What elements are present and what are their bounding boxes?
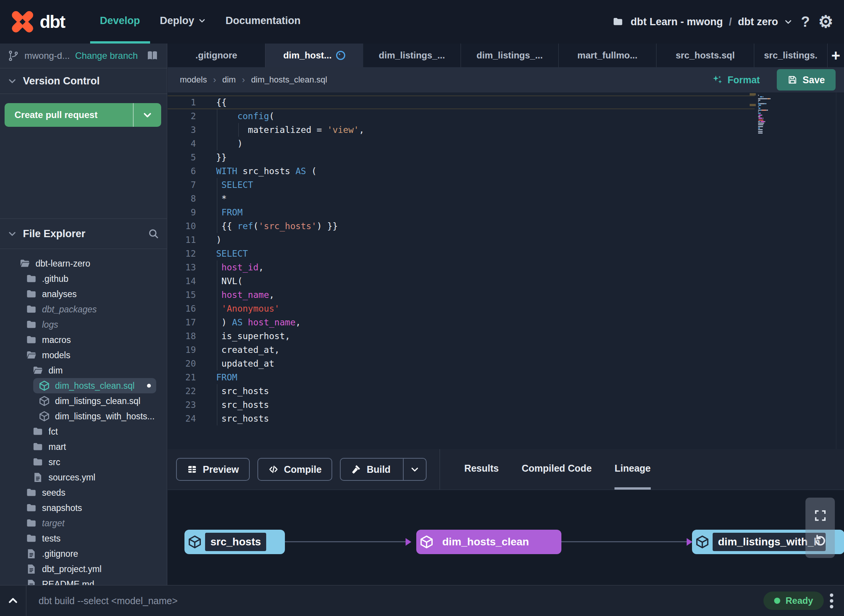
action-bar-divider [440, 449, 440, 490]
tree-item-content: dim_listings_with_hosts... [33, 409, 160, 424]
tree-item-dim[interactable]: dim [0, 363, 167, 378]
code-token: ) [216, 139, 243, 149]
tree-item--github[interactable]: .github [0, 271, 167, 286]
tree-item-logs[interactable]: logs [0, 317, 167, 332]
file-tab--gitignore[interactable]: .gitignore [168, 44, 265, 67]
panel-tab-results[interactable]: Results [464, 449, 499, 490]
docs-book-icon[interactable] [146, 50, 159, 62]
create-pull-request-dropdown[interactable] [133, 103, 161, 127]
file-tab-mart-fullmo-[interactable]: mart_fullmo... [559, 44, 656, 67]
line-content: FROM [216, 205, 243, 219]
editor-scrollbar-track[interactable] [836, 92, 836, 449]
build-button[interactable]: Build [340, 458, 427, 481]
version-control-header[interactable]: Version Control [0, 68, 167, 94]
nav-item-develop[interactable]: Develop [90, 0, 150, 44]
code-line-3: 3 materialized = 'view', [168, 123, 844, 137]
status-label: Ready [786, 595, 813, 606]
tree-item-target[interactable]: target [0, 516, 167, 531]
compile-button[interactable]: Compile [257, 458, 333, 481]
file-icon [26, 579, 37, 585]
create-pull-request-button[interactable]: Create pull request [5, 103, 133, 127]
button-label: Build [367, 464, 391, 475]
minimap-line [766, 103, 766, 104]
help-icon[interactable]: ? [799, 14, 812, 30]
tree-item-label: target [42, 518, 65, 529]
breadcrumb-separator: › [213, 74, 216, 85]
tree-item-dbt-learn-zero[interactable]: dbt-learn-zero [0, 256, 167, 271]
kebab-menu-icon[interactable] [830, 593, 833, 608]
command-input[interactable]: dbt build --select <model_name> [39, 595, 763, 606]
breadcrumb-separator: › [242, 74, 245, 85]
tree-item-tests[interactable]: tests [0, 531, 167, 546]
settings-gear-icon[interactable]: ⚙ [818, 13, 833, 30]
new-tab-button[interactable]: + [828, 44, 844, 67]
folder-icon [26, 533, 37, 544]
file-tab-dim-listings-[interactable]: dim_listings_... [461, 44, 559, 67]
tree-item-src[interactable]: src [0, 454, 167, 470]
file-tab-dim-listings-[interactable]: dim_listings_... [363, 44, 461, 67]
format-button[interactable]: Format [711, 74, 760, 86]
tree-item-mart[interactable]: mart [0, 439, 167, 454]
line-content: ) [216, 137, 243, 150]
tree-item-models[interactable]: models [0, 348, 167, 363]
change-branch-link[interactable]: Change branch [75, 50, 138, 61]
tree-item-snapshots[interactable]: snapshots [0, 500, 167, 516]
code-token: SELECT [222, 180, 253, 190]
tree-item-macros[interactable]: macros [0, 332, 167, 348]
tree-item-sources-yml[interactable]: sources.yml [0, 470, 167, 485]
build-dropdown[interactable] [403, 459, 426, 480]
file-tab-dim-host-[interactable]: dim_host... [265, 44, 363, 67]
minimap[interactable] [757, 95, 780, 141]
tree-item-dim-listings-clean-sql[interactable]: dim_listings_clean.sql [0, 393, 167, 409]
indent-guide [217, 398, 217, 412]
tree-item-dim-hosts-clean-sql[interactable]: dim_hosts_clean.sql [0, 378, 167, 393]
code-line-17: 17 ) AS host_name, [168, 315, 844, 329]
tree-item-content: target [20, 516, 156, 531]
lineage-node-src-hosts[interactable]: src_hosts [184, 530, 285, 554]
indent-guide [217, 274, 217, 288]
save-button[interactable]: Save [777, 69, 836, 91]
search-icon[interactable] [148, 228, 159, 239]
tree-item-fct[interactable]: fct [0, 424, 167, 439]
code-token: 'src_hosts' [259, 221, 317, 231]
tree-item-dim-listings-with-hosts-[interactable]: dim_listings_with_hosts... [0, 409, 167, 424]
nav-item-documentation[interactable]: Documentation [216, 0, 311, 44]
project-name[interactable]: dbt zero [738, 16, 778, 28]
folder-icon [32, 426, 44, 437]
indent-guide [217, 315, 217, 329]
code-token: host_name [248, 317, 296, 327]
account-name[interactable]: dbt Learn - mwong [631, 16, 723, 28]
lineage-node-dim-hosts-clean[interactable]: dim_hosts_clean [416, 530, 561, 554]
tree-item-content: sources.yml [27, 470, 156, 485]
tree-item-dbt-project-yml[interactable]: dbt_project.yml [0, 561, 167, 577]
panel-tab-lineage[interactable]: Lineage [614, 449, 650, 490]
nav-item-deploy[interactable]: Deploy [150, 0, 216, 44]
result-panel-tabs: ResultsCompiled CodeLineage [464, 449, 651, 490]
line-content: ) [216, 233, 222, 247]
tree-item-dbt-packages[interactable]: dbt_packages [0, 302, 167, 317]
tree-item-seeds[interactable]: seeds [0, 485, 167, 500]
panel-tab-compiled-code[interactable]: Compiled Code [522, 449, 592, 490]
tree-item-label: dim [49, 365, 63, 376]
file-tab-src-hosts-sql[interactable]: src_hosts.sql [656, 44, 754, 67]
tree-item-content: dbt_project.yml [20, 561, 156, 577]
tree-item-readme-md[interactable]: README.md [0, 577, 167, 585]
preview-button[interactable]: Preview [176, 458, 250, 481]
project-chevron-down-icon[interactable] [784, 18, 792, 26]
tree-item-analyses[interactable]: analyses [0, 286, 167, 302]
indent-guide [217, 178, 217, 192]
save-label: Save [803, 74, 825, 86]
lineage-controls [805, 498, 835, 558]
folder-icon [26, 319, 37, 330]
code-editor[interactable]: 1{{2 config(3 materialized = 'view',4 )5… [168, 92, 844, 449]
tree-item--gitignore[interactable]: .gitignore [0, 546, 167, 561]
indent-guide [217, 260, 217, 274]
refresh-icon[interactable] [813, 534, 827, 547]
fullscreen-icon[interactable] [813, 509, 827, 522]
file-tab-src-listings-[interactable]: src_listings. [754, 44, 828, 67]
chevron-up-icon[interactable] [6, 595, 20, 606]
code-token: host_id [222, 262, 259, 272]
dbt-logo[interactable]: dbt [11, 0, 65, 44]
line-content: updated_at [216, 357, 274, 370]
file-explorer-header[interactable]: File Explorer [0, 218, 167, 249]
